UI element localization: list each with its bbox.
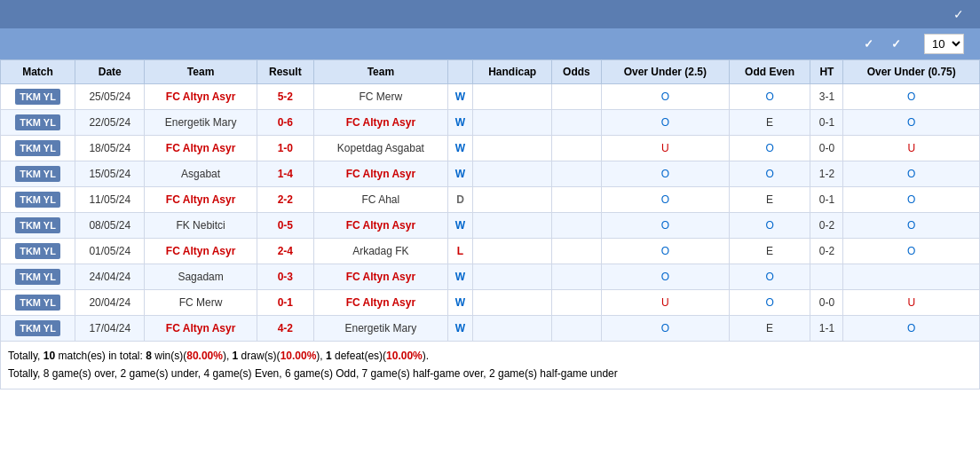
summary-line-2: Totally, 8 game(s) over, 2 game(s) under… <box>8 365 972 382</box>
ou075-cell: O <box>843 213 980 239</box>
ou075-cell: U <box>843 290 980 316</box>
match-badge: TKM YL <box>15 269 60 285</box>
table-row: TKM YL 11/05/24 FC Altyn Asyr 2-2 FC Aha… <box>1 187 980 213</box>
ou25-cell: O <box>601 264 729 290</box>
oe-cell: E <box>729 110 810 136</box>
oe-cell: E <box>729 316 810 342</box>
table-row: TKM YL 01/05/24 FC Altyn Asyr 2-4 Arkada… <box>1 239 980 264</box>
team2-cell: FC Ahal <box>314 187 448 213</box>
handicap-cell <box>473 84 552 110</box>
ht-cell: 3-1 <box>810 84 843 110</box>
result-cell: 4-2 <box>257 316 313 342</box>
odds-cell <box>551 84 601 110</box>
match-badge-cell: TKM YL <box>1 136 75 161</box>
match-badge: TKM YL <box>15 320 60 336</box>
wdl-cell: D <box>447 187 473 213</box>
wdl-cell: W <box>447 264 473 290</box>
match-badge-cell: TKM YL <box>1 213 75 239</box>
ou075-cell: O <box>843 84 980 110</box>
oe-cell: O <box>729 84 810 110</box>
result-cell: 1-4 <box>257 161 313 187</box>
ht-cell: 0-1 <box>810 110 843 136</box>
tkm-yl-filter: ✓ <box>891 37 905 51</box>
ou075-cell: O <box>843 110 980 136</box>
table-row: TKM YL 17/04/24 FC Altyn Asyr 4-2 Energe… <box>1 316 980 342</box>
display-notes-container: ✓ <box>953 7 969 21</box>
ht-cell: 0-0 <box>810 290 843 316</box>
team2-cell: FC Altyn Asyr <box>314 110 448 136</box>
match-badge: TKM YL <box>15 166 60 182</box>
date-cell: 22/05/24 <box>75 110 145 136</box>
ou25-cell: U <box>601 290 729 316</box>
odds-cell <box>551 213 601 239</box>
oe-cell: O <box>729 161 810 187</box>
odds-cell <box>551 136 601 161</box>
team2-cell: FC Altyn Asyr <box>314 264 448 290</box>
games-select[interactable]: 10 5 15 20 <box>924 34 964 54</box>
tkm-yl-check: ✓ <box>891 37 901 51</box>
table-row: TKM YL 18/05/24 FC Altyn Asyr 1-0 Kopetd… <box>1 136 980 161</box>
wdl-cell: W <box>447 84 473 110</box>
summary-line-1: Totally, 10 match(es) in total: 8 win(s)… <box>8 347 972 365</box>
ou25-cell: O <box>601 213 729 239</box>
last-games-filter: 10 5 15 20 <box>919 34 969 54</box>
ou25-cell: O <box>601 110 729 136</box>
handicap-cell <box>473 187 552 213</box>
col-odds: Odds <box>551 60 601 84</box>
ht-cell: 1-1 <box>810 316 843 342</box>
ou075-cell: O <box>843 187 980 213</box>
date-cell: 25/05/24 <box>75 84 145 110</box>
ou075-cell: U <box>843 136 980 161</box>
oe-cell: O <box>729 136 810 161</box>
handicap-cell <box>473 161 552 187</box>
date-cell: 08/05/24 <box>75 213 145 239</box>
table-row: TKM YL 20/04/24 FC Merw 0-1 FC Altyn Asy… <box>1 290 980 316</box>
col-wdl <box>447 60 473 84</box>
team1-cell: FC Merw <box>145 290 257 316</box>
date-cell: 20/04/24 <box>75 290 145 316</box>
match-badge-cell: TKM YL <box>1 264 75 290</box>
header: ✓ <box>0 0 980 28</box>
match-badge: TKM YL <box>15 114 60 130</box>
ou075-cell: O <box>843 316 980 342</box>
col-ou075: Over Under (0.75) <box>843 60 980 84</box>
int-cf-check: ✓ <box>864 37 873 51</box>
team1-cell: Energetik Mary <box>145 110 257 136</box>
handicap-cell <box>473 110 552 136</box>
odds-cell <box>551 110 601 136</box>
ou25-cell: O <box>601 316 729 342</box>
wdl-cell: W <box>447 136 473 161</box>
table-row: TKM YL 24/04/24 Sagadam 0-3 FC Altyn Asy… <box>1 264 980 290</box>
date-cell: 11/05/24 <box>75 187 145 213</box>
ou075-cell <box>843 264 980 290</box>
ou25-cell: U <box>601 136 729 161</box>
col-handicap: Handicap <box>473 60 552 84</box>
result-cell: 0-6 <box>257 110 313 136</box>
oe-cell: O <box>729 264 810 290</box>
odds-cell <box>551 239 601 264</box>
scores-table: Match Date Team Result Team Handicap Odd… <box>0 59 980 342</box>
result-cell: 1-0 <box>257 136 313 161</box>
team2-cell: Energetik Mary <box>314 316 448 342</box>
odds-cell <box>551 316 601 342</box>
team1-cell: FC Altyn Asyr <box>145 136 257 161</box>
team1-cell: FC Altyn Asyr <box>145 239 257 264</box>
ht-cell: 1-2 <box>810 161 843 187</box>
odds-cell <box>551 187 601 213</box>
col-date: Date <box>75 60 145 84</box>
ht-cell: 0-0 <box>810 136 843 161</box>
int-cf-filter: ✓ <box>864 37 877 51</box>
match-badge: TKM YL <box>15 140 60 156</box>
date-cell: 15/05/24 <box>75 161 145 187</box>
team1-cell: Asgabat <box>145 161 257 187</box>
match-badge: TKM YL <box>15 89 60 105</box>
oe-cell: O <box>729 213 810 239</box>
ht-cell: 0-2 <box>810 213 843 239</box>
table-row: TKM YL 08/05/24 FK Nebitci 0-5 FC Altyn … <box>1 213 980 239</box>
col-match: Match <box>1 60 75 84</box>
result-cell: 0-3 <box>257 264 313 290</box>
date-cell: 18/05/24 <box>75 136 145 161</box>
result-cell: 0-1 <box>257 290 313 316</box>
col-ou25: Over Under (2.5) <box>601 60 729 84</box>
ht-cell: 0-1 <box>810 187 843 213</box>
